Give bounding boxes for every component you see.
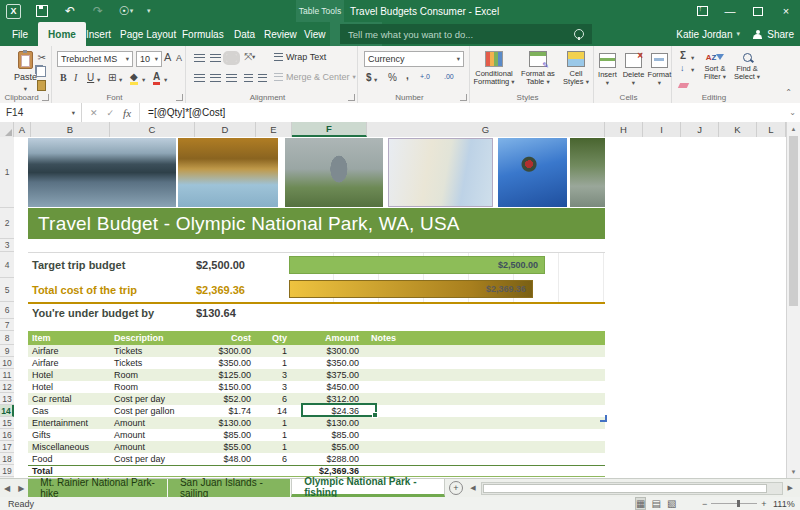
- enter-icon[interactable]: ✓: [107, 108, 115, 118]
- align-left-icon[interactable]: [194, 74, 205, 82]
- tab-data[interactable]: Data: [228, 22, 261, 46]
- row-header-6[interactable]: 6: [0, 302, 14, 319]
- page-break-view-icon[interactable]: ▧: [667, 498, 676, 509]
- autosum-icon[interactable]: Σ: [680, 50, 686, 61]
- column-header-d[interactable]: D: [195, 122, 256, 137]
- column-header-l[interactable]: L: [757, 122, 786, 137]
- tab-insert[interactable]: Insert: [80, 22, 117, 46]
- fill-dropdown-icon[interactable]: ▾: [691, 66, 694, 74]
- font-size-select[interactable]: 10▾: [136, 51, 162, 67]
- tab-formulas[interactable]: Formulas: [176, 22, 230, 46]
- font-color-icon[interactable]: A: [153, 71, 160, 85]
- fill-icon[interactable]: ↓: [680, 63, 685, 73]
- decrease-indent-icon[interactable]: [244, 74, 253, 82]
- font-dialog-launcher-icon[interactable]: [176, 94, 183, 101]
- zoom-out-icon[interactable]: −: [702, 499, 707, 509]
- tab-page-layout[interactable]: Page Layout: [114, 22, 182, 46]
- undo-icon[interactable]: ↶: [63, 4, 77, 18]
- table-resize-handle[interactable]: [600, 415, 607, 422]
- column-header-b[interactable]: B: [31, 122, 110, 137]
- formula-input[interactable]: =[@Qty]*[@Cost]: [140, 107, 225, 118]
- delete-cells-button[interactable]: Delete▾: [621, 48, 646, 87]
- table-row[interactable]: HotelRoom$125.003$375.00: [28, 369, 605, 381]
- autosum-dropdown-icon[interactable]: ▾: [691, 54, 694, 62]
- row-header-11[interactable]: 11: [0, 369, 14, 381]
- table-row[interactable]: FoodCost per day$48.006$288.00: [28, 453, 605, 465]
- row-header-19[interactable]: 19: [0, 465, 14, 477]
- normal-view-icon[interactable]: ▦: [636, 498, 645, 509]
- close-icon[interactable]: ×: [776, 3, 796, 19]
- select-all-corner[interactable]: [0, 122, 14, 137]
- photo-forest-stream[interactable]: [570, 138, 605, 207]
- account-menu[interactable]: Katie Jordan ▾: [676, 22, 740, 46]
- cut-icon[interactable]: ✂: [38, 52, 46, 63]
- decrease-decimal-icon[interactable]: .00: [444, 73, 454, 80]
- align-middle-icon[interactable]: [210, 54, 221, 62]
- row-header-1[interactable]: 1: [0, 137, 14, 208]
- cell-styles-button[interactable]: CellStyles ▾: [560, 46, 592, 86]
- align-right-icon[interactable]: [226, 74, 237, 82]
- scroll-right-icon[interactable]: ▶: [785, 484, 796, 492]
- alignment-dialog-launcher-icon[interactable]: [348, 94, 355, 101]
- page-layout-view-icon[interactable]: ▤: [651, 498, 660, 509]
- column-header-g[interactable]: G: [367, 122, 605, 137]
- tab-view[interactable]: View: [298, 22, 332, 46]
- accounting-dropdown-icon[interactable]: ▾: [374, 76, 377, 84]
- borders-dropdown-icon[interactable]: ▾: [119, 76, 122, 84]
- increase-decimal-icon[interactable]: +.0: [420, 73, 430, 80]
- touch-mode-icon[interactable]: ☉▾: [119, 4, 133, 18]
- sort-filter-button[interactable]: AZ Sort &Filter ▾: [700, 48, 730, 81]
- redo-icon[interactable]: ↷: [91, 4, 105, 18]
- zoom-level[interactable]: 111%: [773, 499, 795, 509]
- scroll-down-icon[interactable]: ▼: [787, 465, 800, 478]
- conditional-formatting-button[interactable]: ConditionalFormatting ▾: [472, 46, 516, 86]
- find-select-button[interactable]: Find &Select ▾: [732, 48, 762, 81]
- insert-function-icon[interactable]: fx: [123, 107, 131, 119]
- vertical-scrollbar[interactable]: ▲ ▼: [786, 122, 800, 478]
- column-header-h[interactable]: H: [605, 122, 643, 137]
- table-row[interactable]: EntertainmentAmount$130.001$130.00: [28, 417, 605, 429]
- row-header-17[interactable]: 17: [0, 441, 14, 453]
- row-header-9[interactable]: 9: [0, 345, 14, 357]
- sheet-tab-mt-rainier[interactable]: Mt. Rainier National Park-hike: [28, 479, 168, 497]
- accounting-format-icon[interactable]: $: [366, 72, 372, 83]
- clear-icon[interactable]: [679, 79, 688, 90]
- increase-font-icon[interactable]: A: [164, 51, 171, 63]
- row-header-4[interactable]: 4: [0, 252, 14, 278]
- clipboard-dialog-launcher-icon[interactable]: [42, 94, 49, 101]
- table-row[interactable]: AirfareTickets$300.001$300.00: [28, 345, 605, 357]
- merge-center-button[interactable]: Merge & Center▾: [274, 72, 356, 82]
- column-header-j[interactable]: J: [681, 122, 719, 137]
- align-bottom-icon[interactable]: [226, 54, 237, 62]
- row-header-3[interactable]: 3: [0, 239, 14, 252]
- zoom-slider-thumb[interactable]: [737, 500, 740, 507]
- wrap-text-button[interactable]: Wrap Text: [274, 52, 326, 62]
- column-header-a[interactable]: A: [14, 122, 31, 137]
- font-color-dropdown-icon[interactable]: ▾: [164, 76, 167, 84]
- budget-bar-chart[interactable]: $2,500.00 $2,369.36: [289, 253, 605, 302]
- sheet-tab-olympic[interactable]: Olympic National Park - fishing: [291, 479, 445, 497]
- copy-icon[interactable]: [36, 66, 46, 77]
- tab-home[interactable]: Home: [38, 22, 86, 46]
- orientation-icon[interactable]: ⤧▾: [244, 51, 255, 63]
- italic-button[interactable]: I: [74, 72, 77, 83]
- tab-review[interactable]: Review: [258, 22, 303, 46]
- save-icon[interactable]: [35, 4, 49, 18]
- photo-map[interactable]: [388, 138, 493, 207]
- row-header-18[interactable]: 18: [0, 453, 14, 465]
- row-header-14[interactable]: 14: [0, 405, 14, 417]
- fill-handle[interactable]: [372, 412, 378, 418]
- horizontal-scroll-thumb[interactable]: [483, 484, 767, 493]
- row-header-12[interactable]: 12: [0, 381, 14, 393]
- column-header-e[interactable]: E: [256, 122, 292, 137]
- sheet-tab-san-juan[interactable]: San Juan Islands - sailing: [168, 479, 291, 497]
- excel-app-icon[interactable]: X: [6, 4, 21, 19]
- minimize-icon[interactable]: —: [720, 3, 740, 19]
- font-name-select[interactable]: Trebuchet MS▾: [57, 51, 133, 67]
- collapse-ribbon-icon[interactable]: ⌃: [785, 88, 792, 97]
- horizontal-scrollbar[interactable]: ◀ ▶: [467, 479, 800, 497]
- format-cells-button[interactable]: Format▾: [647, 48, 672, 87]
- format-as-table-button[interactable]: Format asTable ▾: [518, 46, 558, 86]
- bold-button[interactable]: B: [60, 72, 67, 83]
- column-header-i[interactable]: I: [643, 122, 681, 137]
